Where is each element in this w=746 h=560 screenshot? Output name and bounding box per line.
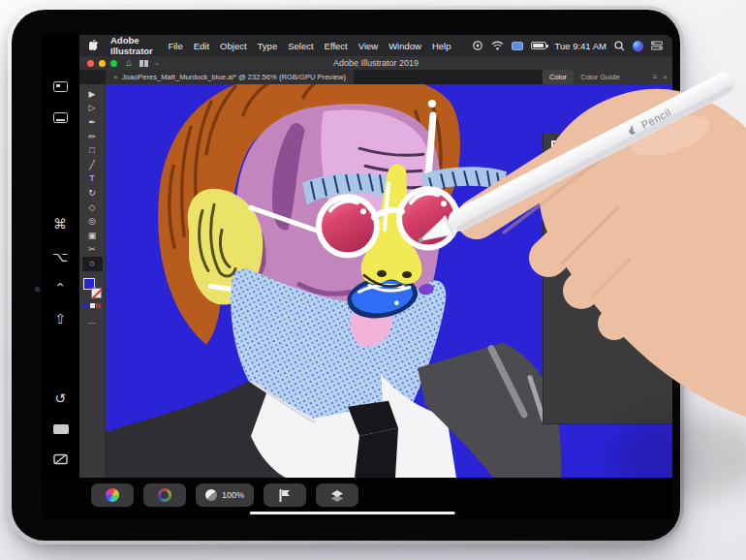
- app-menu-title[interactable]: Adobe Illustrator: [110, 35, 157, 56]
- layers-button[interactable]: [316, 483, 358, 507]
- menu-edit[interactable]: Edit: [194, 41, 209, 51]
- artboard-button[interactable]: [264, 483, 306, 507]
- document-tab-bar: × JoaoPeres_Matt_Murdock_blue.ai* @ 232.…: [79, 70, 672, 84]
- ipad-bezel: ⌘ ⌥ ⌃ ⇧ ↺ Adobe Ill: [12, 10, 680, 541]
- document-canvas[interactable]: R G B: [106, 84, 672, 478]
- document-tab-label: JoaoPeres_Matt_Murdock_blue.ai* @ 232.56…: [122, 73, 346, 81]
- tools-palette: ▶ ▷ ✒ ✏ □ ╱ T ↻ ◇ ◎ ▣ ✂ ○: [79, 84, 106, 478]
- tool-scissors[interactable]: ✂: [82, 243, 103, 258]
- menu-file[interactable]: File: [168, 41, 182, 51]
- home-indicator[interactable]: [250, 512, 455, 514]
- illustrator-window: Adobe Illustrator File Edit Object Type …: [79, 35, 672, 478]
- touch-bar: 100%: [41, 478, 672, 519]
- screen-mirroring-icon[interactable]: [472, 41, 483, 50]
- color-wheel-icon: [106, 488, 119, 502]
- option-key-icon[interactable]: ⌥: [41, 250, 79, 264]
- stroke-swatch[interactable]: [91, 288, 102, 298]
- fill-stroke-proxy[interactable]: [82, 277, 102, 298]
- ipad-device: ⌘ ⌥ ⌃ ⇧ ↺ Adobe Ill: [8, 6, 684, 544]
- ipad-screen: ⌘ ⌥ ⌃ ⇧ ↺ Adobe Ill: [41, 35, 672, 519]
- battery-icon: [531, 42, 546, 49]
- panel-menu-icon[interactable]: ≡: [653, 73, 658, 81]
- undo-icon[interactable]: ↺: [41, 391, 79, 405]
- tool-rotate[interactable]: ↻: [82, 186, 103, 201]
- show-menubar-icon[interactable]: [53, 81, 68, 92]
- menu-help[interactable]: Help: [432, 41, 451, 51]
- menu-bar: Adobe Illustrator File Edit Object Type …: [79, 35, 672, 56]
- tool-shape[interactable]: ◇: [82, 201, 103, 215]
- disconnect-icon[interactable]: [53, 453, 68, 465]
- layers-icon: [330, 489, 344, 502]
- tab-color[interactable]: Color: [543, 70, 574, 84]
- opacity-button[interactable]: 100%: [196, 483, 254, 507]
- panel-stroke-swatch[interactable]: [563, 152, 576, 166]
- panel-fill-stroke-proxy[interactable]: [551, 140, 576, 166]
- tool-direct-selection[interactable]: ▷: [82, 102, 103, 116]
- tool-artboard[interactable]: ▣: [82, 229, 103, 243]
- menu-object[interactable]: Object: [220, 41, 246, 51]
- slider-red-label: R: [584, 142, 590, 151]
- tab-color-guide[interactable]: Color Guide: [574, 70, 627, 84]
- color-mode-icons[interactable]: [83, 303, 101, 308]
- flag-icon: [279, 489, 291, 502]
- tool-gradient[interactable]: ◎: [82, 214, 103, 229]
- tool-rectangle[interactable]: □: [82, 143, 103, 158]
- tool-selection[interactable]: ▶: [82, 87, 103, 102]
- keyboard-icon[interactable]: [53, 424, 69, 434]
- menu-clock[interactable]: Tue 9:41 AM: [554, 41, 606, 51]
- slider-green-label: G: [584, 165, 590, 173]
- shift-key-icon[interactable]: ⇧: [41, 312, 79, 326]
- apple-menu-icon[interactable]: [89, 40, 100, 52]
- slider-red[interactable]: R: [584, 142, 665, 151]
- tool-pen[interactable]: ✒: [82, 115, 103, 130]
- command-key-icon[interactable]: ⌘: [41, 217, 79, 231]
- menu-window[interactable]: Window: [389, 41, 421, 51]
- menu-view[interactable]: View: [358, 41, 378, 51]
- slider-blue-label: B: [584, 187, 590, 196]
- slider-green[interactable]: G: [584, 165, 665, 173]
- sidecar-display-icon[interactable]: [512, 42, 523, 50]
- show-dock-icon[interactable]: [53, 112, 68, 123]
- opacity-value: 100%: [222, 490, 244, 500]
- color-panel: R G B: [543, 134, 672, 424]
- fill-color-button[interactable]: [91, 483, 134, 507]
- tool-type[interactable]: T: [82, 172, 103, 187]
- scene: ⌘ ⌥ ⌃ ⇧ ↺ Adobe Ill: [0, 0, 746, 560]
- tool-line[interactable]: ╱: [82, 158, 103, 172]
- slider-blue[interactable]: B: [584, 187, 665, 196]
- more-tools-icon[interactable]: …: [87, 316, 97, 326]
- menu-type[interactable]: Type: [258, 41, 278, 51]
- tool-zoom-selected[interactable]: ○: [82, 257, 103, 271]
- stroke-color-button[interactable]: [143, 483, 186, 507]
- menu-select[interactable]: Select: [288, 41, 313, 51]
- control-key-icon[interactable]: ⌃: [41, 281, 79, 295]
- opacity-icon: [205, 489, 217, 501]
- title-bar: Adobe Illustrator 2019 ⌂ ⌄: [79, 56, 672, 70]
- tab-close-icon[interactable]: ×: [113, 73, 118, 81]
- sidecar-sidebar: ⌘ ⌥ ⌃ ⇧ ↺: [41, 35, 79, 478]
- document-tab[interactable]: × JoaoPeres_Matt_Murdock_blue.ai* @ 232.…: [106, 70, 354, 84]
- wifi-icon[interactable]: [491, 41, 504, 50]
- tool-pencil[interactable]: ✏: [82, 130, 103, 144]
- window-title: Adobe Illustrator 2019: [79, 58, 672, 68]
- menu-effect[interactable]: Effect: [325, 41, 348, 51]
- siri-icon[interactable]: [633, 41, 643, 51]
- panel-close-icon[interactable]: ×: [663, 73, 668, 81]
- color-panel-tabs: Color Color Guide ≡ ×: [543, 70, 672, 84]
- color-ring-icon: [158, 488, 171, 502]
- spotlight-search-icon[interactable]: [614, 41, 625, 51]
- control-center-icon[interactable]: [651, 41, 663, 50]
